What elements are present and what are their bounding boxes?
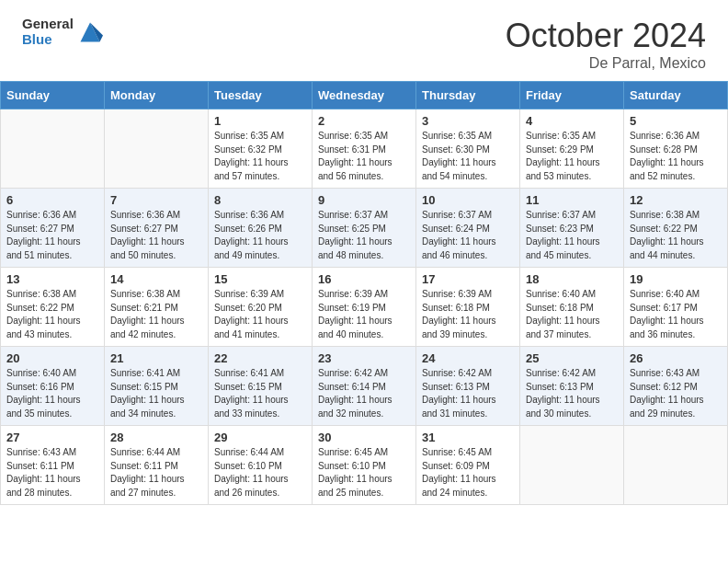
calendar-cell: 23Sunrise: 6:42 AM Sunset: 6:14 PM Dayli…: [313, 347, 416, 426]
day-number: 24: [422, 351, 514, 365]
calendar-table: Sunday Monday Tuesday Wednesday Thursday…: [0, 81, 728, 505]
day-number: 19: [630, 272, 722, 286]
calendar-cell: 21Sunrise: 6:41 AM Sunset: 6:15 PM Dayli…: [105, 347, 209, 426]
day-info: Sunrise: 6:44 AM Sunset: 6:11 PM Dayligh…: [110, 446, 202, 500]
calendar-cell: 13Sunrise: 6:38 AM Sunset: 6:22 PM Dayli…: [1, 268, 105, 347]
calendar-cell: 18Sunrise: 6:40 AM Sunset: 6:18 PM Dayli…: [520, 268, 624, 347]
calendar-week-2: 6Sunrise: 6:36 AM Sunset: 6:27 PM Daylig…: [1, 189, 728, 268]
col-saturday: Saturday: [624, 82, 728, 109]
calendar-cell: 29Sunrise: 6:44 AM Sunset: 6:10 PM Dayli…: [209, 426, 313, 505]
calendar-cell: 19Sunrise: 6:40 AM Sunset: 6:17 PM Dayli…: [624, 268, 728, 347]
calendar-cell: 26Sunrise: 6:43 AM Sunset: 6:12 PM Dayli…: [624, 347, 728, 426]
calendar-week-1: 1Sunrise: 6:35 AM Sunset: 6:32 PM Daylig…: [1, 109, 728, 189]
day-info: Sunrise: 6:43 AM Sunset: 6:11 PM Dayligh…: [6, 446, 98, 500]
day-info: Sunrise: 6:39 AM Sunset: 6:18 PM Dayligh…: [422, 288, 514, 341]
calendar-cell: 12Sunrise: 6:38 AM Sunset: 6:22 PM Dayli…: [624, 189, 728, 268]
day-number: 21: [110, 351, 202, 365]
day-info: Sunrise: 6:38 AM Sunset: 6:22 PM Dayligh…: [6, 288, 98, 341]
day-info: Sunrise: 6:36 AM Sunset: 6:27 PM Dayligh…: [110, 209, 202, 262]
calendar-cell: 15Sunrise: 6:39 AM Sunset: 6:20 PM Dayli…: [209, 268, 313, 347]
logo: General Blue: [22, 17, 103, 47]
calendar-cell: 8Sunrise: 6:36 AM Sunset: 6:26 PM Daylig…: [209, 189, 313, 268]
calendar-header-row: Sunday Monday Tuesday Wednesday Thursday…: [1, 82, 728, 109]
page: General Blue October 2024 De Parral, Mex…: [0, 0, 728, 505]
day-info: Sunrise: 6:40 AM Sunset: 6:18 PM Dayligh…: [526, 288, 618, 341]
calendar-week-4: 20Sunrise: 6:40 AM Sunset: 6:16 PM Dayli…: [1, 347, 728, 426]
day-number: 14: [110, 272, 202, 286]
day-number: 26: [630, 351, 722, 365]
day-number: 3: [422, 114, 514, 128]
calendar-cell: 27Sunrise: 6:43 AM Sunset: 6:11 PM Dayli…: [1, 426, 105, 505]
day-number: 29: [214, 431, 306, 444]
col-friday: Friday: [520, 82, 624, 109]
title-block: October 2024 De Parral, Mexico: [506, 17, 706, 72]
calendar-cell: 11Sunrise: 6:37 AM Sunset: 6:23 PM Dayli…: [520, 189, 624, 268]
logo-line2: Blue: [22, 32, 74, 48]
calendar-week-5: 27Sunrise: 6:43 AM Sunset: 6:11 PM Dayli…: [1, 426, 728, 505]
day-info: Sunrise: 6:38 AM Sunset: 6:21 PM Dayligh…: [110, 288, 202, 341]
calendar-cell: 25Sunrise: 6:42 AM Sunset: 6:13 PM Dayli…: [520, 347, 624, 426]
day-number: 28: [110, 431, 202, 444]
col-sunday: Sunday: [1, 82, 105, 109]
day-info: Sunrise: 6:35 AM Sunset: 6:31 PM Dayligh…: [318, 130, 410, 183]
day-number: 20: [6, 351, 98, 365]
calendar-cell: 24Sunrise: 6:42 AM Sunset: 6:13 PM Dayli…: [416, 347, 520, 426]
calendar-week-3: 13Sunrise: 6:38 AM Sunset: 6:22 PM Dayli…: [1, 268, 728, 347]
logo-icon: [77, 19, 103, 45]
day-number: 22: [214, 351, 306, 365]
day-number: 18: [526, 272, 618, 286]
calendar-cell: 3Sunrise: 6:35 AM Sunset: 6:30 PM Daylig…: [416, 109, 520, 189]
day-info: Sunrise: 6:43 AM Sunset: 6:12 PM Dayligh…: [630, 367, 722, 420]
day-info: Sunrise: 6:36 AM Sunset: 6:28 PM Dayligh…: [630, 130, 722, 183]
day-number: 4: [526, 114, 618, 128]
day-number: 8: [214, 193, 306, 207]
day-info: Sunrise: 6:37 AM Sunset: 6:23 PM Dayligh…: [526, 209, 618, 262]
day-number: 11: [526, 193, 618, 207]
day-number: 31: [422, 431, 514, 444]
month-year: October 2024: [506, 17, 706, 55]
calendar-cell: 28Sunrise: 6:44 AM Sunset: 6:11 PM Dayli…: [105, 426, 209, 505]
day-info: Sunrise: 6:41 AM Sunset: 6:15 PM Dayligh…: [110, 367, 202, 420]
day-info: Sunrise: 6:42 AM Sunset: 6:13 PM Dayligh…: [422, 367, 514, 420]
day-number: 25: [526, 351, 618, 365]
day-info: Sunrise: 6:42 AM Sunset: 6:13 PM Dayligh…: [526, 367, 618, 420]
col-thursday: Thursday: [416, 82, 520, 109]
day-info: Sunrise: 6:45 AM Sunset: 6:10 PM Dayligh…: [318, 446, 410, 500]
day-number: 16: [318, 272, 410, 286]
day-number: 9: [318, 193, 410, 207]
day-info: Sunrise: 6:35 AM Sunset: 6:30 PM Dayligh…: [422, 130, 514, 183]
day-number: 7: [110, 193, 202, 207]
col-monday: Monday: [105, 82, 209, 109]
day-number: 13: [6, 272, 98, 286]
header: General Blue October 2024 De Parral, Mex…: [0, 0, 728, 81]
calendar-cell: 30Sunrise: 6:45 AM Sunset: 6:10 PM Dayli…: [313, 426, 416, 505]
calendar-cell: 16Sunrise: 6:39 AM Sunset: 6:19 PM Dayli…: [313, 268, 416, 347]
calendar-cell: 4Sunrise: 6:35 AM Sunset: 6:29 PM Daylig…: [520, 109, 624, 189]
day-number: 27: [6, 431, 98, 444]
day-number: 23: [318, 351, 410, 365]
day-info: Sunrise: 6:37 AM Sunset: 6:24 PM Dayligh…: [422, 209, 514, 262]
day-info: Sunrise: 6:35 AM Sunset: 6:29 PM Dayligh…: [526, 130, 618, 183]
day-info: Sunrise: 6:44 AM Sunset: 6:10 PM Dayligh…: [214, 446, 306, 500]
day-info: Sunrise: 6:39 AM Sunset: 6:19 PM Dayligh…: [318, 288, 410, 341]
day-info: Sunrise: 6:40 AM Sunset: 6:16 PM Dayligh…: [6, 367, 98, 420]
calendar-cell: 5Sunrise: 6:36 AM Sunset: 6:28 PM Daylig…: [624, 109, 728, 189]
day-info: Sunrise: 6:38 AM Sunset: 6:22 PM Dayligh…: [630, 209, 722, 262]
logo-line1: General: [22, 17, 74, 32]
day-number: 10: [422, 193, 514, 207]
day-number: 30: [318, 431, 410, 444]
day-info: Sunrise: 6:36 AM Sunset: 6:26 PM Dayligh…: [214, 209, 306, 262]
calendar-cell: 31Sunrise: 6:45 AM Sunset: 6:09 PM Dayli…: [416, 426, 520, 505]
calendar-cell: 10Sunrise: 6:37 AM Sunset: 6:24 PM Dayli…: [416, 189, 520, 268]
calendar-cell: 14Sunrise: 6:38 AM Sunset: 6:21 PM Dayli…: [105, 268, 209, 347]
day-info: Sunrise: 6:42 AM Sunset: 6:14 PM Dayligh…: [318, 367, 410, 420]
col-wednesday: Wednesday: [313, 82, 416, 109]
calendar-cell: 17Sunrise: 6:39 AM Sunset: 6:18 PM Dayli…: [416, 268, 520, 347]
calendar-cell: 2Sunrise: 6:35 AM Sunset: 6:31 PM Daylig…: [313, 109, 416, 189]
day-info: Sunrise: 6:35 AM Sunset: 6:32 PM Dayligh…: [214, 130, 306, 183]
day-number: 12: [630, 193, 722, 207]
day-number: 2: [318, 114, 410, 128]
calendar-cell: 22Sunrise: 6:41 AM Sunset: 6:15 PM Dayli…: [209, 347, 313, 426]
location: De Parral, Mexico: [506, 55, 706, 72]
calendar-cell: [1, 109, 105, 189]
